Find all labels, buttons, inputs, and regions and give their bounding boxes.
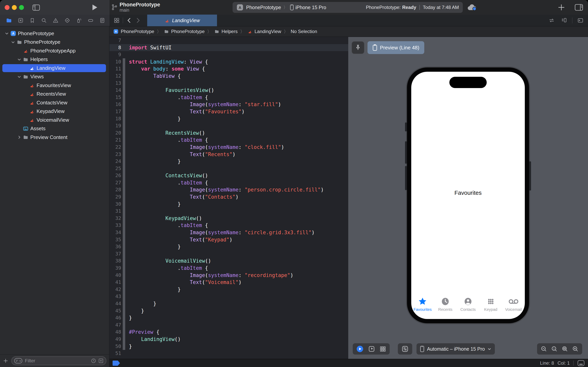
navigator-tab-breakpoints-icon[interactable] <box>85 16 96 25</box>
code-line-25[interactable]: 25 <box>109 165 348 172</box>
code-line-30[interactable]: 30 } <box>109 200 348 208</box>
breakpoints-toggle-icon[interactable] <box>113 361 120 366</box>
code-line-33[interactable]: 33 .tabItem { <box>109 222 348 229</box>
tree-item-views[interactable]: Views <box>0 73 109 81</box>
device-selector[interactable]: Automatic – iPhone 15 Pro <box>420 346 491 352</box>
navigator-tab-issues-icon[interactable] <box>50 16 61 25</box>
breadcrumb-item[interactable]: APhonePrototype <box>113 29 154 34</box>
navigator-tab-tests-icon[interactable] <box>61 16 73 25</box>
add-button[interactable] <box>557 3 565 11</box>
navigator-tab-reports-icon[interactable] <box>96 16 108 25</box>
device-settings-button[interactable] <box>401 345 409 353</box>
tab-landingview[interactable]: LandingView <box>147 15 217 26</box>
code-line-11[interactable]: 11 var body: some View { <box>109 65 348 73</box>
code-line-10[interactable]: 10struct LandingView: View { <box>109 58 348 66</box>
code-line-49[interactable]: 49 LandingView() <box>109 336 348 343</box>
code-line-18[interactable]: 18 } <box>109 115 348 123</box>
disclosure-down-icon[interactable] <box>16 57 22 62</box>
code-line-34[interactable]: 34 Image(systemName: "circle.grid.3x3.fi… <box>109 229 348 236</box>
code-line-43[interactable]: 43 <box>109 293 348 300</box>
code-line-9[interactable]: 9 <box>109 51 348 58</box>
editor-only-mode-icon[interactable] <box>577 360 585 367</box>
live-preview-button[interactable] <box>356 345 364 353</box>
add-editor-icon[interactable] <box>576 16 585 25</box>
phone-tab-favourites[interactable]: Favourites <box>411 296 434 318</box>
close-window-button[interactable] <box>5 5 9 10</box>
tree-item-contactsview[interactable]: ContactsView <box>0 98 109 107</box>
tree-item-preview-content[interactable]: Preview Content <box>0 133 109 142</box>
variants-mode-button[interactable] <box>379 346 386 352</box>
code-line-24[interactable]: 24 } <box>109 158 348 165</box>
code-line-21[interactable]: 21 .tabItem { <box>109 136 348 144</box>
code-line-36[interactable]: 36 } <box>109 243 348 250</box>
tree-item-voicemailview[interactable]: VoicemailView <box>0 116 109 125</box>
selectable-mode-button[interactable] <box>368 346 375 352</box>
pin-preview-button[interactable] <box>352 41 364 54</box>
zoom-window-button[interactable] <box>19 5 24 10</box>
source-editor[interactable]: 78import SwiftUI910struct LandingView: V… <box>109 37 348 359</box>
go-back-button[interactable] <box>125 16 134 25</box>
code-line-51[interactable]: 51 <box>109 350 348 357</box>
tree-item-phoneprototype[interactable]: APhonePrototype <box>0 29 109 38</box>
scheme-name[interactable]: PhonePrototype <box>246 5 281 10</box>
code-line-44[interactable]: 44 } <box>109 300 348 307</box>
navigator-tab-debug-icon[interactable] <box>73 16 85 25</box>
tree-item-landingview[interactable]: LandingView <box>0 64 109 73</box>
code-line-48[interactable]: 48#Preview { <box>109 328 348 336</box>
code-line-35[interactable]: 35 Text("Keypad") <box>109 236 348 243</box>
recents-filter-icon[interactable] <box>91 358 96 364</box>
code-line-38[interactable]: 38 VoicemailView() <box>109 257 348 265</box>
navigator-tab-source-control-icon[interactable] <box>15 16 26 25</box>
zoom-in-icon[interactable] <box>572 346 579 352</box>
code-line-19[interactable]: 19 <box>109 122 348 129</box>
code-line-37[interactable]: 37 <box>109 250 348 258</box>
tree-item-phoneprototype[interactable]: PhonePrototype <box>0 38 109 47</box>
minimap-options-icon[interactable] <box>560 16 569 25</box>
breadcrumb-item[interactable]: No Selection <box>291 29 317 34</box>
iphone-screen[interactable]: Favourites FavouritesRecentsContactsKeyp… <box>411 72 525 319</box>
related-items-icon[interactable] <box>112 16 121 25</box>
navigator-tab-project-icon[interactable] <box>3 16 15 25</box>
code-line-32[interactable]: 32 KeypadView() <box>109 215 348 222</box>
code-line-13[interactable]: 13 <box>109 80 348 87</box>
code-line-15[interactable]: 15 .tabItem { <box>109 94 348 101</box>
breadcrumb-item[interactable]: Helpers <box>214 29 238 34</box>
code-line-41[interactable]: 41 Text("Voicemail") <box>109 279 348 286</box>
code-line-17[interactable]: 17 Text("Favourites") <box>109 108 348 115</box>
code-line-16[interactable]: 16 Image(systemName: "star.fill") <box>109 101 348 108</box>
code-line-29[interactable]: 29 Text("Contacts") <box>109 193 348 200</box>
run-button[interactable] <box>91 4 98 11</box>
navigator-tab-find-icon[interactable] <box>38 16 50 25</box>
phone-tab-keypad[interactable]: Keypad <box>479 296 502 318</box>
code-line-28[interactable]: 28 Image(systemName: "person.crop.circle… <box>109 186 348 193</box>
run-destination[interactable]: iPhone 15 Pro <box>295 5 326 10</box>
navigator-tab-bookmarks-icon[interactable] <box>26 16 38 25</box>
code-line-27[interactable]: 27 .tabItem { <box>109 179 348 186</box>
toggle-inspector-icon[interactable] <box>575 4 583 11</box>
code-line-26[interactable]: 26 ContactsView() <box>109 172 348 179</box>
show-only-new-files-icon[interactable] <box>98 358 104 364</box>
filter-field[interactable] <box>11 356 106 365</box>
code-line-20[interactable]: 20 RecentsView() <box>109 129 348 137</box>
code-line-23[interactable]: 23 Text("Recents") <box>109 151 348 158</box>
minimize-window-button[interactable] <box>12 5 17 10</box>
zoom-100-icon[interactable]: 1 <box>551 346 558 352</box>
swap-editor-icon[interactable] <box>547 16 556 25</box>
code-line-12[interactable]: 12 TabView { <box>109 73 348 80</box>
code-line-14[interactable]: 14 FavouritesView() <box>109 87 348 94</box>
tree-item-recentsview[interactable]: RecentsView <box>0 90 109 99</box>
tree-item-helpers[interactable]: Helpers <box>0 55 109 64</box>
tree-item-assets[interactable]: Assets <box>0 125 109 133</box>
zoom-out-icon[interactable] <box>541 346 547 352</box>
preview-jump-button[interactable]: Preview (Line 48) <box>368 41 424 54</box>
breadcrumb-item[interactable]: LandingView <box>247 29 281 34</box>
tree-item-phoneprototypeapp[interactable]: PhonePrototypeApp <box>0 46 109 55</box>
go-forward-button[interactable] <box>134 16 143 25</box>
disclosure-down-icon[interactable] <box>4 31 10 36</box>
code-line-39[interactable]: 39 .tabItem { <box>109 265 348 272</box>
toggle-sidebar-icon[interactable] <box>32 4 40 11</box>
tree-item-favouritesview[interactable]: FavouritesView <box>0 81 109 90</box>
code-line-40[interactable]: 40 Image(systemName: "recordingtape") <box>109 272 348 279</box>
add-file-button[interactable] <box>3 358 8 364</box>
disclosure-down-icon[interactable] <box>10 40 16 44</box>
